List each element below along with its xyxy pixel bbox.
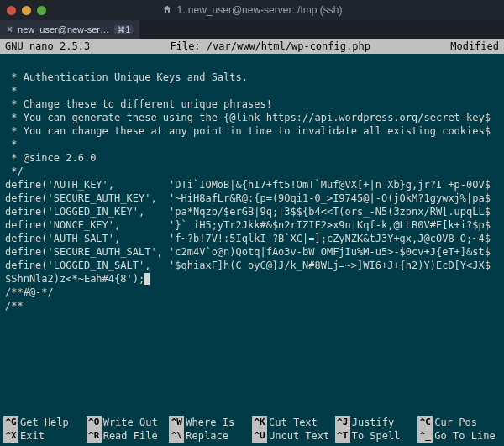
shortcut-label: Where Is: [186, 417, 234, 428]
shortcut-row-1: ^GGet Help^OWrite Out^WWhere Is^KCut Tex…: [3, 416, 501, 429]
nano-header: GNU nano 2.5.3 File: /var/www/html/wp-co…: [0, 39, 504, 54]
editor-area[interactable]: GNU nano 2.5.3 File: /var/www/html/wp-co…: [0, 39, 504, 446]
shortcut-row-2: ^XExit^RRead File^\Replace^UUncut Text^T…: [3, 429, 501, 443]
buffer-line: define('SECURE_AUTH_SALT', 'c2m4V`o@n)Qo…: [5, 245, 499, 259]
window-controls: [7, 6, 46, 15]
shortcut-label: Go To Line: [434, 430, 495, 442]
buffer-line: * You can change these at any point in t…: [5, 124, 499, 138]
shortcut-item[interactable]: ^XExit: [3, 429, 87, 443]
shortcut-label: Get Help: [20, 417, 69, 428]
shortcut-key: ^W: [169, 416, 184, 429]
window-title-text: 1. new_user@new-server: /tmp (ssh): [177, 4, 343, 16]
shortcut-key: ^R: [87, 429, 102, 443]
shortcut-key: ^\: [169, 429, 184, 443]
shortcut-item[interactable]: ^RRead File: [87, 429, 170, 443]
buffer-line: define('SECURE_AUTH_KEY', '~HiH8afLr&R@:…: [5, 192, 499, 205]
buffer-line: define('LOGGED_IN_KEY', 'pa*Nqzb/$erGB|9…: [5, 205, 499, 218]
nano-status: Modified: [450, 40, 499, 52]
buffer-line: * Authentication Unique Keys and Salts.: [5, 71, 499, 84]
shortcut-label: Write Out: [103, 417, 158, 428]
nano-file-label: File: /var/www/html/wp-config.php: [90, 40, 450, 52]
buffer-line: *: [5, 138, 499, 151]
zoom-window-button[interactable]: [37, 6, 46, 15]
buffer-line: define('NONCE_KEY', '}` iH5;yTr2Jkk#&$n2…: [5, 218, 499, 232]
shortcut-label: Uncut Text: [269, 430, 329, 442]
buffer-line: define('AUTH_KEY', 'DTi`IOMoB|&{hI7+ft5!…: [5, 178, 499, 192]
nano-version: GNU nano 2.5.3: [5, 40, 90, 52]
tabbar: × new_user@new-serv… ⌘1: [0, 20, 504, 39]
window-title: 1. new_user@new-server: /tmp (ssh): [0, 4, 504, 17]
shortcut-item[interactable]: ^CCur Pos: [417, 416, 501, 429]
shortcut-item[interactable]: ^JJustify: [335, 416, 418, 429]
text-cursor: [144, 273, 150, 285]
shortcut-label: Cur Pos: [434, 417, 477, 428]
shortcut-key: ^G: [3, 416, 18, 429]
home-icon: [162, 4, 172, 17]
buffer-line: * Change these to different unique phras…: [5, 97, 499, 111]
shortcut-label: Exit: [20, 430, 45, 442]
close-tab-icon[interactable]: ×: [7, 24, 13, 34]
shortcut-item[interactable]: ^GGet Help: [3, 416, 87, 429]
shortcut-key: ^C: [417, 416, 433, 429]
buffer-line: [5, 57, 499, 71]
terminal-window: 1. new_user@new-server: /tmp (ssh) × new…: [0, 0, 504, 446]
buffer-line: * You can generate these using the {@lin…: [5, 111, 499, 124]
buffer-line: /**: [5, 299, 499, 312]
buffer-line: /**#@-*/: [5, 286, 499, 299]
shortcut-label: Replace: [186, 430, 228, 442]
buffer-line: *: [5, 84, 499, 97]
tab-label: new_user@new-serv…: [18, 24, 109, 34]
shortcut-item[interactable]: ^KCut Text: [252, 416, 335, 429]
nano-shortcuts: ^GGet Help^OWrite Out^WWhere Is^KCut Tex…: [0, 416, 504, 446]
shortcut-key: ^T: [335, 429, 350, 443]
editor-buffer[interactable]: * Authentication Unique Keys and Salts. …: [0, 54, 504, 416]
close-window-button[interactable]: [7, 6, 16, 15]
shortcut-label: Justify: [352, 417, 395, 428]
shortcut-key: ^O: [87, 416, 102, 429]
shortcut-label: To Spell: [352, 430, 401, 442]
tab-index-badge: ⌘1: [114, 25, 133, 34]
shortcut-label: Cut Text: [269, 417, 318, 428]
shortcut-item[interactable]: ^\Replace: [169, 429, 252, 443]
buffer-line: $ShnNla2)z<*~Eah#4{8');: [5, 272, 499, 286]
minimize-window-button[interactable]: [22, 6, 31, 15]
tab-1[interactable]: × new_user@new-serv… ⌘1: [0, 20, 140, 39]
buffer-line: */: [5, 165, 499, 178]
shortcut-item[interactable]: ^TTo Spell: [335, 429, 418, 443]
shortcut-item[interactable]: ^UUncut Text: [252, 429, 335, 443]
buffer-line: define('AUTH_SALT', 'f~?b!7V!:5IqlkI_?B`…: [5, 232, 499, 245]
shortcut-item[interactable]: ^OWrite Out: [87, 416, 170, 429]
shortcut-key: ^X: [3, 429, 18, 443]
titlebar: 1. new_user@new-server: /tmp (ssh): [0, 0, 504, 20]
shortcut-key: ^K: [252, 416, 267, 429]
shortcut-label: Read File: [103, 430, 158, 442]
shortcut-key: ^U: [252, 429, 267, 443]
buffer-line: * @since 2.6.0: [5, 151, 499, 165]
shortcut-item[interactable]: ^_Go To Line: [417, 429, 501, 443]
shortcut-item[interactable]: ^WWhere Is: [169, 416, 252, 429]
buffer-line: define('LOGGED_IN_SALT', '$qhiaxF]h(C oy…: [5, 259, 499, 272]
shortcut-key: ^J: [335, 416, 350, 429]
shortcut-key: ^_: [417, 429, 433, 443]
